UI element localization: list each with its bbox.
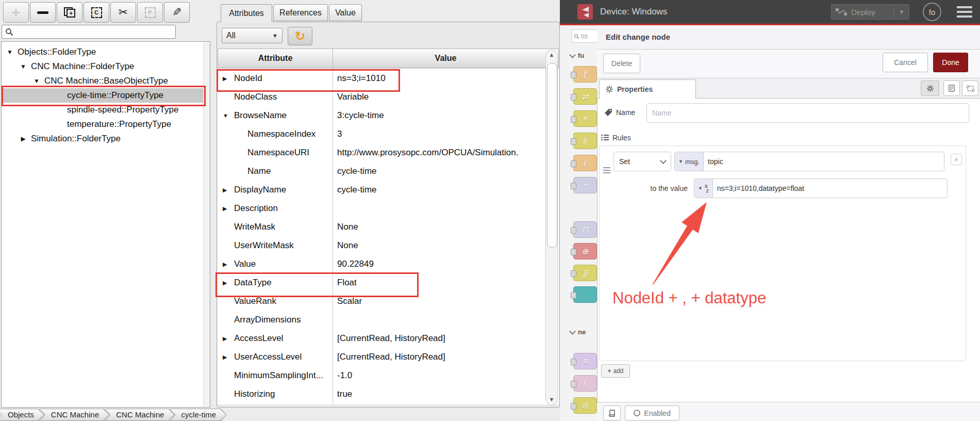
remove-node-button[interactable] bbox=[30, 2, 56, 23]
switch-node[interactable]: ⇄ bbox=[573, 88, 597, 105]
table-row[interactable]: ▶ Description bbox=[218, 199, 559, 218]
table-row[interactable]: NamespaceIndex 3 bbox=[218, 125, 559, 143]
tree-row[interactable]: temperature::PropertyType bbox=[2, 117, 210, 132]
table-row[interactable]: MinimumSamplingInt... -1.0 bbox=[218, 366, 559, 385]
tab-references[interactable]: References bbox=[273, 4, 328, 21]
tree-row[interactable]: ▶ Simulation::FolderType bbox=[2, 132, 210, 146]
tree-expander-icon[interactable]: ▼ bbox=[19, 63, 27, 70]
table-row[interactable]: UserWriteMask None bbox=[218, 236, 559, 255]
tree-expander-icon[interactable]: ▼ bbox=[6, 48, 14, 56]
enabled-toggle-button[interactable]: Enabled bbox=[625, 406, 679, 420]
node-description-button[interactable] bbox=[943, 80, 960, 96]
tree-row[interactable]: ▼ Objects::FolderType bbox=[2, 45, 210, 59]
cut-button[interactable]: ✂ bbox=[110, 2, 136, 23]
node-settings-button[interactable] bbox=[921, 80, 939, 96]
open-in-window-button[interactable]: + bbox=[57, 2, 82, 23]
table-row[interactable]: Historizing true bbox=[218, 385, 559, 403]
palette-category-network[interactable]: ne bbox=[570, 328, 586, 336]
table-row[interactable]: ▶ Value 90.22849 bbox=[218, 255, 559, 273]
tray-title: Edit change node bbox=[606, 33, 670, 41]
row-expander-icon[interactable]: ▶ bbox=[223, 354, 230, 361]
column-divider[interactable] bbox=[333, 68, 333, 404]
attribute-name: DisplayName bbox=[234, 185, 286, 195]
typedinput-type-button[interactable]: ▼ msg. bbox=[675, 152, 704, 171]
table-row[interactable]: ▼ BrowseName 3:cycle-time bbox=[218, 106, 559, 125]
table-row[interactable]: NamespaceURI http://www.prosysopc.com/OP… bbox=[218, 143, 559, 162]
copy-button[interactable]: C bbox=[84, 2, 109, 23]
scroll-up-icon[interactable]: ▲ bbox=[547, 52, 556, 58]
attribute-name: BrowseName bbox=[234, 110, 287, 121]
row-expander-icon[interactable]: ▶ bbox=[223, 205, 230, 212]
tab-attributes[interactable]: Attributes bbox=[221, 4, 272, 22]
tree-search-input[interactable] bbox=[2, 25, 176, 39]
table-row[interactable]: ▶ AccessLevel [CurrentRead, HistoryRead] bbox=[218, 329, 559, 348]
table-row[interactable]: Name cycle-time bbox=[218, 162, 559, 181]
breadcrumb-item[interactable]: cycle-time bbox=[170, 409, 227, 421]
breadcrumb-item[interactable]: Objects bbox=[0, 409, 44, 421]
scrollbar-thumb[interactable] bbox=[547, 63, 557, 248]
filter-node[interactable]: ∬ bbox=[573, 265, 597, 281]
rule-value[interactable]: ns=3;i=1010,datatype=float bbox=[713, 179, 947, 198]
change-node[interactable]: × bbox=[573, 110, 597, 127]
tab-value[interactable]: Value bbox=[329, 4, 362, 21]
http-node[interactable]: r bbox=[573, 375, 597, 392]
paste-button[interactable]: P bbox=[137, 2, 163, 23]
annotation-box-nodeid bbox=[217, 69, 400, 92]
exec-node[interactable]: ⊕ bbox=[573, 243, 597, 260]
column-header-value[interactable]: Value bbox=[333, 48, 559, 68]
table-row[interactable]: ▶ DisplayName cycle-time bbox=[218, 181, 559, 199]
tree-expander-icon[interactable]: ▶ bbox=[19, 135, 27, 142]
node-appearance-button[interactable] bbox=[962, 80, 978, 96]
node-glyph-icon: ij bbox=[583, 136, 587, 145]
palette-category-function[interactable]: fu bbox=[570, 52, 584, 59]
add-rule-button[interactable]: + add bbox=[601, 364, 630, 378]
cancel-button[interactable]: Cancel bbox=[883, 53, 928, 72]
row-expander-icon[interactable]: ▶ bbox=[223, 187, 230, 193]
table-row[interactable]: ▶ UserAccessLevel [CurrentRead, HistoryR… bbox=[218, 348, 559, 366]
websocket-node[interactable]: ⊚ bbox=[573, 397, 597, 414]
row-expander-icon[interactable]: ▼ bbox=[223, 112, 230, 119]
attribute-value: Scalar bbox=[337, 296, 362, 306]
function-node[interactable]: ƒ bbox=[573, 66, 597, 83]
rule-remove-button[interactable]: × bbox=[951, 154, 962, 165]
breadcrumb-item[interactable]: CNC Machine bbox=[40, 409, 109, 421]
rule-value-typedinput[interactable]: ▼ a z ns=3;i=1010,datatype=float bbox=[694, 179, 948, 198]
main-menu-button[interactable] bbox=[957, 6, 972, 18]
tree-expander-icon[interactable]: ▼ bbox=[32, 77, 41, 85]
template-node[interactable]: { bbox=[573, 155, 597, 171]
tab-properties[interactable]: Properties bbox=[599, 79, 696, 99]
delete-button[interactable]: Delete bbox=[603, 54, 640, 73]
tree-row[interactable]: ▼ CNC Machine::FolderType bbox=[2, 59, 210, 74]
delay-node[interactable]: ◔ bbox=[573, 177, 597, 193]
edit-button[interactable]: ✎ bbox=[164, 2, 190, 23]
refresh-button[interactable]: ↻ bbox=[288, 27, 312, 45]
deploy-button[interactable]: Deploy ▼ bbox=[831, 4, 909, 20]
table-row[interactable]: WriteMask None bbox=[218, 218, 559, 236]
refresh-icon: ↻ bbox=[295, 30, 305, 42]
typedinput-type-button[interactable]: ▼ a z bbox=[694, 179, 713, 198]
tree-node-label: CNC Machine::BaseObjectType bbox=[44, 76, 168, 86]
table-row[interactable]: ArrayDimensions bbox=[218, 311, 559, 329]
rule-property-value[interactable]: topic bbox=[704, 152, 944, 171]
name-input[interactable] bbox=[646, 103, 969, 123]
range-node[interactable]: ij bbox=[573, 133, 597, 149]
trigger-node[interactable]: ⊓ bbox=[573, 221, 597, 238]
row-expander-icon[interactable]: ▶ bbox=[223, 335, 230, 342]
add-node-button[interactable]: + bbox=[3, 2, 29, 23]
rule-action-select[interactable]: Set bbox=[613, 152, 671, 171]
mqtt-node[interactable]: ≋ bbox=[573, 353, 597, 369]
scroll-down-icon[interactable]: ▼ bbox=[547, 396, 556, 402]
workspace-title: Device: Windows bbox=[600, 7, 667, 17]
rule-property-typedinput[interactable]: ▼ msg. topic bbox=[674, 152, 944, 171]
row-expander-icon[interactable]: ▶ bbox=[223, 261, 230, 268]
edit-icon: ✎ bbox=[172, 6, 181, 19]
status-node[interactable] bbox=[573, 286, 597, 303]
deploy-options-caret[interactable]: ▼ bbox=[894, 9, 909, 15]
user-avatar[interactable]: fo bbox=[923, 3, 941, 21]
done-button[interactable]: Done bbox=[933, 53, 968, 72]
rule-drag-handle[interactable] bbox=[603, 167, 610, 173]
node-info-button[interactable] bbox=[603, 406, 621, 420]
breadcrumb-item[interactable]: CNC Machine bbox=[105, 409, 174, 421]
column-header-attribute[interactable]: Attribute bbox=[218, 48, 333, 68]
attribute-filter-select[interactable]: All ▼ bbox=[222, 28, 283, 43]
